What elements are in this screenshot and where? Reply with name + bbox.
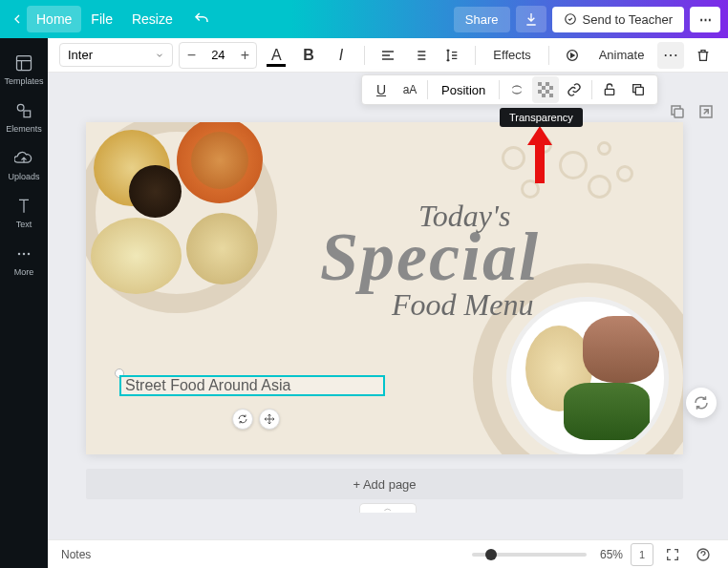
svg-rect-15 <box>549 94 553 97</box>
selected-textbox[interactable]: Street Food Around Asia <box>119 375 385 396</box>
sidebar-uploads[interactable]: Uploads <box>0 141 48 189</box>
underline-button[interactable]: U <box>368 76 395 103</box>
undo-button[interactable] <box>190 8 213 31</box>
lock-button[interactable] <box>596 76 623 103</box>
send-to-teacher-button[interactable]: Send to Teacher <box>552 7 684 32</box>
resize-nav[interactable]: Resize <box>122 6 182 32</box>
svg-point-5 <box>23 253 26 256</box>
font-size-stepper: − 24 + <box>179 42 257 69</box>
fullscreen-button[interactable] <box>661 543 684 566</box>
bold-button[interactable]: B <box>295 42 322 69</box>
text-case-button[interactable]: aA <box>396 76 423 103</box>
size-minus[interactable]: − <box>180 43 203 68</box>
svg-point-4 <box>18 253 21 256</box>
svg-rect-14 <box>542 94 546 97</box>
svg-point-2 <box>17 104 24 111</box>
svg-rect-9 <box>546 82 549 86</box>
svg-rect-17 <box>636 87 644 95</box>
svg-rect-10 <box>542 86 546 90</box>
svg-rect-1 <box>17 56 32 71</box>
special-text[interactable]: Special <box>320 218 540 297</box>
svg-rect-13 <box>546 90 549 94</box>
align-button[interactable] <box>375 42 401 69</box>
animate-button[interactable]: Animate <box>591 44 653 66</box>
expand-page-icon[interactable] <box>697 103 717 122</box>
annotation-arrow <box>525 126 554 183</box>
svg-rect-8 <box>538 82 542 86</box>
sidebar-more[interactable]: More <box>0 237 48 284</box>
home-nav[interactable]: Home <box>27 6 81 32</box>
svg-rect-3 <box>24 111 31 117</box>
text-color-button[interactable]: A <box>263 42 289 69</box>
textbox-float-controls <box>232 409 280 430</box>
effects-button[interactable]: Effects <box>485 44 539 66</box>
brush-decoration-1 <box>86 122 296 332</box>
svg-point-6 <box>28 253 31 256</box>
share-button[interactable]: Share <box>454 7 510 32</box>
sidebar-templates[interactable]: Templates <box>0 46 48 94</box>
size-plus[interactable]: + <box>233 43 256 68</box>
italic-button[interactable]: I <box>328 42 354 69</box>
floating-toolbar: U aA Position <box>361 74 658 105</box>
svg-rect-12 <box>538 90 542 94</box>
text-toolbar: Inter − 24 + A B I Effects Animate ⋯ <box>48 38 728 73</box>
canvas-actions <box>669 103 717 122</box>
animate-icon[interactable] <box>559 42 586 69</box>
page-count-button[interactable]: 1 <box>631 543 653 566</box>
send-label: Send to Teacher <box>583 12 673 27</box>
design-canvas[interactable]: Today's Special Food Menu Street Food Ar… <box>86 122 683 454</box>
duplicate-button[interactable] <box>625 76 652 103</box>
more-button[interactable]: ⋯ <box>690 7 720 32</box>
transparency-button[interactable] <box>532 76 559 103</box>
svg-rect-11 <box>549 86 553 90</box>
notes-button[interactable]: Notes <box>61 548 91 561</box>
download-button[interactable] <box>516 6 546 32</box>
size-value[interactable]: 24 <box>203 48 233 62</box>
file-nav[interactable]: File <box>81 6 122 32</box>
zoom-slider[interactable] <box>472 553 587 557</box>
add-page-button[interactable]: + Add page <box>86 469 683 499</box>
help-button[interactable] <box>692 543 715 566</box>
font-select[interactable]: Inter <box>59 43 173 67</box>
position-button[interactable]: Position <box>432 83 495 97</box>
refresh-button[interactable] <box>686 388 717 418</box>
bottom-bar: Notes 65% 1 <box>48 539 728 568</box>
delete-button[interactable] <box>690 42 717 69</box>
collapse-handle[interactable]: ︿ <box>359 503 417 513</box>
sidebar: Templates Elements Uploads Text More <box>0 38 48 568</box>
rotate-handle[interactable] <box>232 409 253 430</box>
more-options-button[interactable]: ⋯ <box>657 42 684 69</box>
svg-rect-16 <box>606 89 614 95</box>
crop-button[interactable] <box>503 76 530 103</box>
zoom-value[interactable]: 65% <box>600 548 623 561</box>
sidebar-elements[interactable]: Elements <box>0 94 48 141</box>
svg-rect-18 <box>674 109 683 117</box>
move-handle[interactable] <box>259 409 280 430</box>
transparency-tooltip: Transparency <box>500 108 583 127</box>
link-button[interactable] <box>561 76 588 103</box>
back-button[interactable] <box>8 10 27 29</box>
dots-decoration <box>502 137 645 213</box>
sidebar-text[interactable]: Text <box>0 189 48 237</box>
food-menu-text[interactable]: Food Menu <box>392 287 533 323</box>
spacing-button[interactable] <box>439 42 466 69</box>
top-bar: Home File Resize Share Send to Teacher ⋯ <box>0 0 728 38</box>
list-button[interactable] <box>407 42 434 69</box>
canvas-area: Today's Special Food Menu Street Food Ar… <box>48 73 728 539</box>
duplicate-page-icon[interactable] <box>669 103 688 122</box>
